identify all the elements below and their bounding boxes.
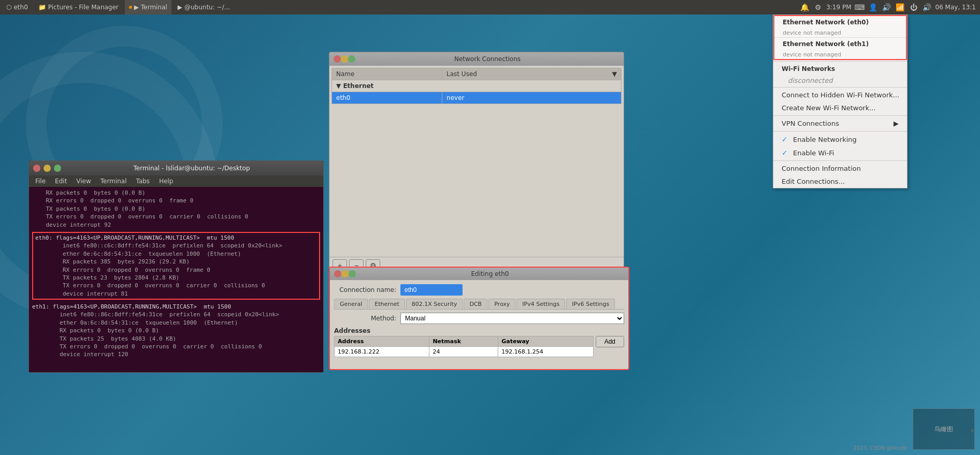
terminal-menu-file[interactable]: File <box>31 177 50 186</box>
terminal-menu-tabs[interactable]: Tabs <box>132 177 154 186</box>
term-line: ether 0e:6c:8d:54:31:ce txqueuelen 1000 … <box>35 250 317 258</box>
nm-wifi-section-header[interactable]: Wi-Fi Networks <box>773 63 907 75</box>
network-status-icon[interactable]: 📶 <box>895 2 905 12</box>
ec-tabs: General Ethernet 802.1X Security DCB Pro… <box>334 299 624 310</box>
terminal-menu-view[interactable]: View <box>72 177 95 186</box>
year-label: 2023. CSDN @lincdir <box>854 445 907 451</box>
terminal-menu: File Edit View Terminal Tabs Help <box>29 175 323 187</box>
nc-col-name: Name <box>332 68 442 80</box>
nc-conn-last-used: never <box>442 92 622 104</box>
term-line: RX packets 0 bytes 0 (0.0 B) <box>32 189 320 197</box>
ec-add-addr-btn[interactable]: Add <box>596 336 624 347</box>
terminal-title: Terminal - lslidar@ubuntu: ~/Desktop <box>64 165 319 172</box>
ec-tab-general[interactable]: General <box>334 299 368 309</box>
taskbar-app-filemanager[interactable]: 📁 Pictures - File Manager <box>34 0 123 14</box>
bell-icon[interactable]: 🔔 <box>799 2 810 12</box>
nm-eth0-status: device not managed <box>774 28 906 37</box>
nm-connection-info[interactable]: Connection Information <box>773 162 907 175</box>
ec-method-select[interactable]: Manual <box>400 313 624 324</box>
ec-addresses-section: Addresses Address Netmask Gateway <box>334 327 624 357</box>
ec-tab-proxy[interactable]: Proxy <box>488 299 515 309</box>
ec-addresses-label: Addresses <box>334 327 624 334</box>
nm-eth0-label[interactable]: Ethernet Network (eth0) <box>774 16 906 28</box>
ec-tab-ipv6[interactable]: IPv6 Settings <box>566 299 615 309</box>
term-line: RX packets 385 bytes 29236 (29.2 KB) <box>35 258 317 266</box>
nm-enable-wifi[interactable]: ✓ Enable Wi-Fi <box>773 146 907 159</box>
user-icon[interactable]: 👤 <box>868 2 878 12</box>
term-line: ether 0a:6c:8d:54:31:ce txqueuelen 1000 … <box>32 319 320 327</box>
nm-disconnected: disconnected <box>773 75 907 86</box>
bottom-widget: 鸟瞰图 <box>913 408 975 450</box>
ec-netmask-col: Netmask <box>429 336 498 347</box>
terminal-titlebar: × − + Terminal - lslidar@ubuntu: ~/Deskt… <box>29 161 323 175</box>
nm-edit-connections[interactable]: Edit Connections... <box>773 175 907 188</box>
active-dot <box>129 6 132 9</box>
taskbar-left: ⬡ eth0 📁 Pictures - File Manager ▶ Termi… <box>0 0 234 14</box>
nm-create-new[interactable]: Create New Wi-Fi Network... <box>773 101 907 114</box>
nc-row-eth0[interactable]: eth0 never <box>332 92 622 104</box>
ec-gateway-value[interactable]: 192.168.1.254 <box>498 347 593 357</box>
nc-col-last-used: Last Used ▼ <box>442 68 622 80</box>
widget-label: 鸟瞰图 <box>934 425 953 434</box>
term-line: TX errors 0 dropped 0 overruns 0 carrier… <box>32 343 320 350</box>
network-icon: ⬡ <box>6 4 11 11</box>
nc-conn-name: eth0 <box>332 92 442 104</box>
ec-min-btn[interactable]: − <box>341 270 349 277</box>
nc-max-btn[interactable]: + <box>348 55 355 63</box>
ec-close-btn[interactable]: × <box>334 270 341 277</box>
taskbar-app-terminal[interactable]: ▶ Terminal <box>125 0 171 14</box>
network-dropdown-menu: Ethernet Network (eth0) device not manag… <box>773 14 907 188</box>
term-line: device interrupt 92 <box>32 221 320 229</box>
gear-icon[interactable]: ⚙ <box>813 2 823 12</box>
ec-tab-8021x[interactable]: 802.1X Security <box>406 299 463 309</box>
ec-tab-ipv4[interactable]: IPv4 Settings <box>516 299 565 309</box>
nm-vpn[interactable]: VPN Connections ▶ <box>773 117 907 130</box>
nc-close-btn[interactable]: × <box>334 55 341 63</box>
term-line: RX packets 0 bytes 0 (0.0 B) <box>32 327 320 334</box>
nm-enable-networking[interactable]: ✓ Enable Networking <box>773 133 907 146</box>
folder-icon: 📁 <box>38 4 46 11</box>
nm-eth1-label[interactable]: Ethernet Network (eth1) <box>774 37 906 50</box>
term-line: RX errors 0 dropped 0 overruns 0 frame 0 <box>32 197 320 204</box>
ec-gateway-col: Gateway <box>498 336 593 347</box>
taskbar: ⬡ eth0 📁 Pictures - File Manager ▶ Termi… <box>0 0 980 14</box>
term-line: inet6 fe80::c6c:8dff:fe54:31ce prefixlen… <box>35 242 317 249</box>
terminal-menu-edit[interactable]: Edit <box>51 177 71 186</box>
volume-icon[interactable]: 🔊 <box>882 2 892 12</box>
taskbar-app-eth0[interactable]: ⬡ eth0 <box>2 0 32 14</box>
terminal-content[interactable]: RX packets 0 bytes 0 (0.0 B) RX errors 0… <box>29 187 323 372</box>
ec-content: Connection name: General Ethernet 802.1X… <box>330 280 628 369</box>
ec-netmask-value[interactable]: 24 <box>429 347 498 357</box>
ec-tab-dcb[interactable]: DCB <box>464 299 487 309</box>
nm-connect-hidden[interactable]: Connect to Hidden Wi-Fi Network... <box>773 89 907 101</box>
nc-min-btn[interactable]: − <box>341 55 348 63</box>
network-connections-window: × − + Network Connections Name Last Used… <box>329 52 624 274</box>
nm-sep3 <box>773 115 907 116</box>
nm-sep4 <box>773 131 907 131</box>
terminal-window: × − + Terminal - lslidar@ubuntu: ~/Deskt… <box>28 160 324 373</box>
ec-max-btn[interactable]: + <box>349 270 356 277</box>
nc-table: Name Last Used ▼ ▼ Ethernet <box>332 68 622 104</box>
terminal-icon: ▶ <box>134 4 139 11</box>
ec-conn-name-input[interactable] <box>400 284 463 296</box>
term-line: TX errors 0 dropped 0 overruns 0 carrier… <box>35 282 317 289</box>
eth0-highlight: eth0: flags=4163<UP,BROADCAST,RUNNING,MU… <box>32 232 320 300</box>
taskbar-right: 🔔 ⚙ 3:19 PM ⌨ 👤 🔊 📶 ⏻ 🔊 06 May, 13:1 <box>799 2 980 12</box>
ec-method-row: Method: Manual <box>334 313 624 324</box>
ec-tab-ethernet[interactable]: Ethernet <box>369 299 405 309</box>
power-icon[interactable]: ⏻ <box>909 2 919 12</box>
keyboard-icon[interactable]: ⌨ <box>855 2 865 12</box>
terminal-menu-terminal[interactable]: Terminal <box>96 177 131 186</box>
term-line: RX errors 0 dropped 0 overruns 0 frame 0 <box>35 266 317 274</box>
terminal-close-btn[interactable]: × <box>33 165 40 172</box>
terminal-menu-help[interactable]: Help <box>155 177 177 186</box>
nc-titlebar: × − + Network Connections <box>329 52 624 66</box>
volume2-icon[interactable]: 🔊 <box>922 2 932 12</box>
terminal-min-btn[interactable]: − <box>44 165 51 172</box>
nc-section-ethernet: ▼ Ethernet <box>332 80 622 92</box>
terminal-max-btn[interactable]: + <box>54 165 61 172</box>
taskbar-app-terminal2[interactable]: ▶ @ubuntu: ~/... <box>174 0 234 14</box>
ec-addr-value[interactable]: 192.168.1.222 <box>335 347 429 357</box>
term-line: device interrupt 81 <box>35 290 317 298</box>
term-line: TX packets 25 bytes 4083 (4.0 KB) <box>32 335 320 343</box>
